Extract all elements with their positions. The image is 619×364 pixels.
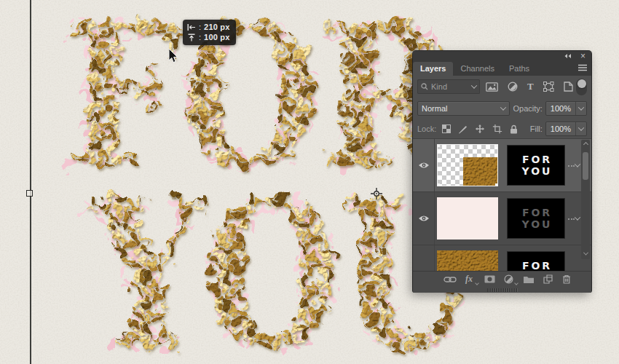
fill-value[interactable]: 100%	[546, 122, 575, 135]
add-layer-mask-button[interactable]	[480, 273, 499, 286]
transform-measurement-tooltip: : 210 px : 100 px	[183, 20, 236, 45]
eye-visibility-icon[interactable]	[418, 162, 430, 169]
panel-resize-grip[interactable]	[413, 287, 591, 293]
layer-filter-row: Kind T	[413, 76, 591, 98]
new-layer-page-icon	[543, 274, 553, 284]
fill-control[interactable]: 100%	[545, 122, 587, 136]
layer-thumbnail-pink-fill[interactable]	[437, 197, 498, 240]
layer-mask-thumbnail[interactable]: FOR YOU	[507, 251, 565, 271]
filter-kind-label: Kind	[431, 82, 447, 91]
chevron-down-icon	[500, 104, 506, 110]
visibility-cell[interactable]	[413, 139, 435, 191]
scroll-down-arrow[interactable]	[583, 250, 588, 256]
tooltip-y-distance-row: : 100 px	[187, 32, 230, 42]
opacity-dropdown-button[interactable]	[575, 102, 586, 115]
layers-list: FOR YOU FOR	[413, 138, 591, 271]
panel-titlebar: ×	[413, 51, 591, 61]
ellipsis-dots-icon	[568, 218, 575, 220]
eye-visibility-icon[interactable]	[418, 215, 430, 222]
scroll-up-arrow[interactable]	[583, 142, 588, 147]
opacity-value[interactable]: 100%	[546, 102, 575, 115]
opacity-control[interactable]: 100%	[545, 101, 587, 116]
blend-mode-select[interactable]: Normal	[417, 101, 510, 116]
filter-type-layers-icon[interactable]: T	[527, 81, 534, 92]
collapse-panel-icon[interactable]	[564, 53, 572, 59]
left-arrow-to-bar-icon	[187, 23, 196, 31]
blend-mode-value: Normal	[422, 104, 447, 113]
selection-corner-mark	[495, 183, 498, 186]
ellipsis-dots-icon	[568, 165, 575, 167]
chevron-down-icon	[471, 82, 477, 88]
tab-layers[interactable]: Layers	[413, 62, 453, 76]
tooltip-x-value: 210 px	[204, 22, 229, 32]
fill-label: Fill:	[530, 124, 543, 133]
blend-mode-row: Normal Opacity: 100%	[413, 98, 591, 119]
search-icon	[421, 83, 428, 90]
link-chain-icon	[443, 276, 457, 283]
tab-paths[interactable]: Paths	[502, 62, 537, 76]
gold-foil-full	[437, 250, 498, 271]
layer-filtering-toggle[interactable]	[576, 79, 587, 95]
mask-text-line2: YOU	[520, 165, 553, 177]
mask-text-line1: FOR	[520, 154, 552, 165]
layer-effects-collapse-badge[interactable]	[568, 163, 580, 167]
toggle-knob	[577, 79, 586, 88]
selection-corner-mark	[495, 144, 498, 147]
lock-transparent-pixels-icon[interactable]	[442, 124, 451, 133]
fill-dropdown-button[interactable]	[575, 122, 586, 135]
layer-row-gold-texture-masked[interactable]: FOR YOU	[413, 139, 591, 192]
chevron-down-icon	[578, 104, 584, 110]
layer-row-gold-full-masked[interactable]: FOR YOU	[413, 245, 591, 271]
guide-anchor-handle[interactable]	[26, 190, 33, 197]
lock-row: Lock:	[413, 119, 591, 138]
filter-pixel-layers-icon[interactable]	[486, 82, 498, 92]
panel-footer-toolbar: fx	[413, 271, 591, 287]
lock-artboard-icon[interactable]	[492, 124, 502, 134]
folder-icon	[523, 275, 535, 284]
chevron-down-icon	[575, 214, 580, 220]
opacity-label: Opacity:	[513, 104, 543, 113]
arrow-cursor	[167, 48, 178, 64]
filter-shape-layers-icon[interactable]	[543, 82, 554, 92]
layers-scrollbar[interactable]	[581, 140, 590, 259]
chevron-down-icon	[575, 161, 580, 167]
layers-panel: × Layers Channels Paths Kind	[413, 51, 591, 292]
layer-thumbnail-gold-full[interactable]	[437, 250, 498, 271]
trash-icon	[562, 274, 571, 284]
scrollbar-thumb[interactable]	[583, 152, 588, 180]
delete-layer-button[interactable]	[557, 273, 576, 286]
up-arrow-to-bar-icon	[187, 33, 196, 41]
layer-mask-thumbnail[interactable]: FOR YOU	[507, 145, 565, 186]
tooltip-separator: :	[199, 32, 201, 42]
tooltip-x-distance-row: : 210 px	[187, 22, 230, 32]
filter-adjustment-layers-icon[interactable]	[508, 82, 518, 92]
new-group-button[interactable]	[519, 273, 538, 286]
layer-thumbnail-gold-patch[interactable]	[437, 144, 498, 186]
vertical-guide[interactable]	[30, 0, 31, 364]
mask-text-line2: YOU	[520, 218, 553, 230]
selection-corner-mark	[437, 144, 440, 147]
filter-smart-objects-icon[interactable]	[564, 82, 573, 92]
gold-foil-patch	[463, 157, 498, 186]
tab-channels[interactable]: Channels	[453, 62, 501, 76]
lock-all-padlock-icon[interactable]	[510, 124, 518, 134]
lock-position-move-icon[interactable]	[475, 124, 485, 134]
layer-mask-icon	[484, 275, 495, 283]
lock-label: Lock:	[417, 124, 436, 133]
link-layers-button[interactable]	[441, 273, 460, 286]
close-panel-icon[interactable]: ×	[580, 52, 586, 60]
new-layer-button[interactable]	[538, 273, 557, 286]
lock-image-pixels-brush-icon[interactable]	[458, 124, 468, 134]
visibility-cell[interactable]	[413, 192, 435, 245]
panel-menu-icon[interactable]	[577, 63, 588, 72]
layer-row-pink-paper-masked[interactable]: FOR YOU	[413, 192, 591, 245]
panel-tab-bar: Layers Channels Paths	[413, 61, 591, 76]
precise-move-crosshair-cursor	[370, 187, 383, 200]
tooltip-separator: :	[199, 22, 201, 32]
layer-effects-collapse-badge[interactable]	[568, 216, 580, 221]
selection-corner-mark	[437, 183, 440, 186]
filter-kind-dropdown[interactable]: Kind	[417, 79, 480, 94]
mask-text-line1: FOR	[520, 260, 552, 271]
visibility-cell[interactable]	[413, 245, 435, 271]
layer-mask-thumbnail[interactable]: FOR YOU	[507, 198, 565, 239]
